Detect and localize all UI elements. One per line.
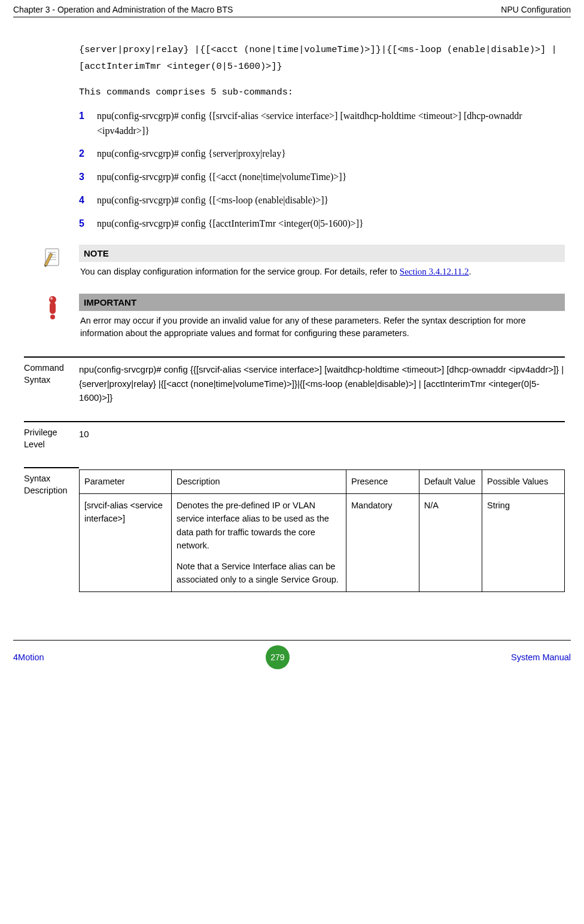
- list-text: npu(config-srvcgrp)# config {[<ms-loop (…: [97, 193, 328, 208]
- list-item: 3npu(config-srvcgrp)# config {[<acct (no…: [79, 170, 565, 185]
- cell-default: N/A: [419, 493, 482, 591]
- subcommand-list: 1npu(config-srvcgrp)# config {[srvcif-al…: [79, 109, 565, 231]
- cell-presence: Mandatory: [346, 493, 419, 591]
- note-icon: [41, 247, 65, 271]
- header-left: Chapter 3 - Operation and Administration…: [13, 5, 233, 14]
- syntax-description-label: Syntax Description: [24, 467, 79, 496]
- list-text: npu(config-srvcgrp)# config {server|prox…: [97, 147, 286, 161]
- cell-parameter: [srvcif-alias <service interface>]: [80, 493, 172, 591]
- list-text: npu(config-srvcgrp)# config {[<acct (non…: [97, 170, 346, 185]
- footer-left: 4Motion: [13, 652, 44, 662]
- syntax-description-block: Syntax Description Parameter Description…: [24, 467, 565, 591]
- privilege-level-block: Privilege Level 10: [24, 421, 565, 450]
- th-possible: Possible Values: [482, 470, 565, 493]
- table-row: [srvcif-alias <service interface>] Denot…: [80, 493, 565, 591]
- svg-point-7: [50, 315, 55, 319]
- list-item: 5npu(config-srvcgrp)# config {[acctInter…: [79, 216, 565, 231]
- page-number-badge: 279: [266, 645, 290, 669]
- list-item: 1npu(config-srvcgrp)# config {[srvcif-al…: [79, 109, 565, 139]
- note-callout: NOTE You can display configuration infor…: [41, 245, 565, 279]
- list-number: 5: [79, 216, 97, 231]
- th-parameter: Parameter: [80, 470, 172, 493]
- command-syntax-label: Command Syntax: [24, 356, 79, 386]
- list-number: 4: [79, 193, 97, 208]
- list-number: 3: [79, 170, 97, 185]
- list-text: npu(config-srvcgrp)# config {[acctInteri…: [97, 216, 364, 231]
- code-block-1: {server|proxy|relay} |{[<acct (none|time…: [79, 41, 565, 75]
- important-callout: IMPORTANT An error may occur if you prov…: [41, 294, 565, 340]
- list-item: 4npu(config-srvcgrp)# config {[<ms-loop …: [79, 193, 565, 208]
- th-default: Default Value: [419, 470, 482, 493]
- page-footer: 4Motion 279 System Manual: [13, 640, 571, 669]
- important-icon: [41, 296, 65, 320]
- list-text: npu(config-srvcgrp)# config {[srvcif-ali…: [97, 109, 565, 139]
- footer-right: System Manual: [511, 652, 571, 662]
- page-header: Chapter 3 - Operation and Administration…: [13, 5, 571, 17]
- note-label: NOTE: [79, 245, 565, 262]
- svg-rect-6: [50, 302, 56, 314]
- code-block-2: This commands comprises 5 sub-commands:: [79, 84, 565, 100]
- table-header-row: Parameter Description Presence Default V…: [80, 470, 565, 493]
- section-link[interactable]: Section 3.4.12.11.2: [400, 267, 469, 276]
- important-label: IMPORTANT: [79, 294, 565, 311]
- th-presence: Presence: [346, 470, 419, 493]
- list-item: 2npu(config-srvcgrp)# config {server|pro…: [79, 147, 565, 161]
- svg-point-8: [50, 297, 53, 300]
- list-number: 2: [79, 147, 97, 161]
- command-syntax-text: npu(config-srvcgrp)# config {{[srvcif-al…: [79, 356, 565, 404]
- cell-description: Denotes the pre-defined IP or VLAN servi…: [172, 493, 346, 591]
- privilege-label: Privilege Level: [24, 421, 79, 450]
- syntax-table: Parameter Description Presence Default V…: [79, 469, 565, 591]
- cell-possible: String: [482, 493, 565, 591]
- command-syntax-block: Command Syntax npu(config-srvcgrp)# conf…: [24, 356, 565, 404]
- note-text: You can display configuration informatio…: [79, 266, 565, 279]
- header-right: NPU Configuration: [501, 5, 571, 14]
- th-description: Description: [172, 470, 346, 493]
- privilege-value: 10: [79, 421, 565, 441]
- list-number: 1: [79, 109, 97, 124]
- important-text: An error may occur if you provide an inv…: [79, 315, 565, 340]
